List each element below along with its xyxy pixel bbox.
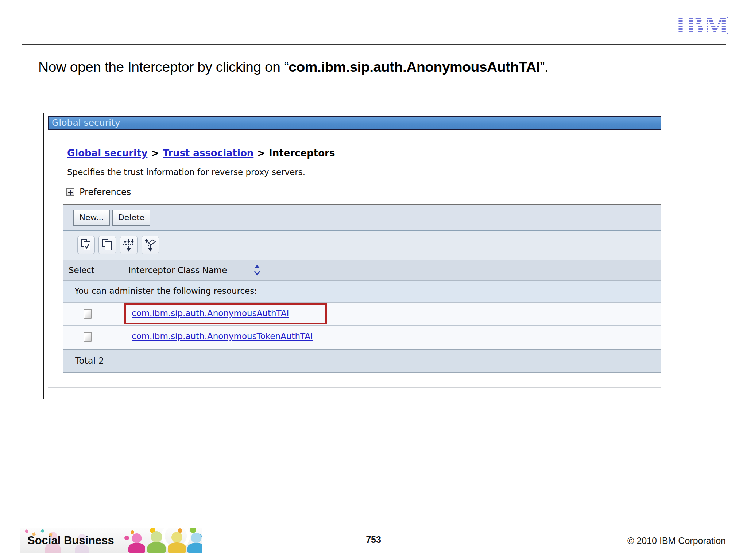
ibm-logo: IBM — [676, 15, 727, 37]
row-checkbox[interactable] — [84, 332, 92, 342]
breadcrumb-separator: > — [147, 148, 163, 159]
admin-console-panel: Global security Global security>Trust as… — [48, 116, 661, 388]
person-body — [187, 543, 202, 553]
console-titlebar: Global security — [48, 116, 661, 130]
person-body — [147, 542, 166, 553]
row-checkbox[interactable] — [84, 309, 92, 319]
interceptor-link-anonymousauthtai[interactable]: com.ibm.sip.auth.AnonymousAuthTAI — [132, 308, 289, 318]
clear-filter-button[interactable] — [142, 236, 159, 254]
slide-title-suffix: ”. — [540, 59, 548, 75]
breadcrumb-link-global-security[interactable]: Global security — [67, 148, 147, 159]
select-all-icon — [80, 238, 92, 252]
table-toolbar — [63, 231, 661, 260]
person-head — [132, 533, 142, 543]
clear-filter-icon — [144, 238, 156, 252]
page-number: 753 — [366, 534, 381, 545]
copyright-text: © 2010 IBM Corporation — [627, 536, 726, 546]
breadcrumb-separator: > — [253, 148, 269, 159]
page-description: Specifies the trust information for reve… — [67, 167, 305, 177]
sort-icon[interactable] — [253, 263, 261, 279]
breadcrumb-current-interceptors: Interceptors — [269, 148, 335, 159]
deselect-all-icon — [101, 238, 113, 252]
header-divider — [22, 44, 726, 45]
table-row: com.ibm.sip.auth.AnonymousTokenAuthTAI — [63, 326, 661, 350]
new-button[interactable]: New... — [73, 210, 110, 226]
blue-person-figure — [187, 533, 202, 553]
interceptor-link-anonymoustokenauthtai[interactable]: com.ibm.sip.auth.AnonymousTokenAuthTAI — [132, 331, 313, 341]
brand-text: Social Business — [27, 528, 114, 553]
person-body — [128, 543, 145, 553]
person-head — [191, 533, 202, 543]
breadcrumb: Global security>Trust association>Interc… — [67, 148, 335, 159]
person-body — [168, 542, 186, 553]
preferences-toggle[interactable]: + Preferences — [66, 187, 131, 197]
slide-title-prefix: Now open the Interceptor by clicking on … — [38, 59, 289, 75]
table-caption: You can administer the following resourc… — [63, 281, 661, 303]
table-row: com.ibm.sip.auth.AnonymousAuthTAI — [63, 303, 661, 326]
slide-accent-bar — [43, 113, 44, 399]
social-business-banner: Social Business — [20, 528, 202, 553]
ibm-logo-text: IBM — [676, 11, 729, 40]
deselect-all-items-button[interactable] — [98, 236, 116, 254]
select-all-items-button[interactable] — [77, 236, 95, 254]
show-filter-button[interactable] — [120, 236, 138, 254]
breadcrumb-link-trust-association[interactable]: Trust association — [163, 148, 253, 159]
expand-plus-icon[interactable]: + — [66, 188, 74, 196]
slide-title: Now open the Interceptor by clicking on … — [38, 58, 695, 77]
table-total-row: Total 2 — [63, 350, 661, 373]
yellow-person-figure — [167, 532, 186, 553]
preferences-label: Preferences — [80, 187, 131, 197]
console-title: Global security — [52, 117, 120, 128]
person-head — [151, 531, 162, 542]
green-person-figure — [147, 531, 166, 553]
show-filter-icon — [123, 238, 135, 252]
table-header-row: Select Interceptor Class Name — [63, 260, 661, 281]
interceptors-table: New... Delete — [63, 204, 661, 373]
delete-button[interactable]: Delete — [112, 210, 150, 226]
class-name-column-header: Interceptor Class Name — [128, 265, 227, 275]
person-head — [171, 532, 182, 543]
table-action-bar: New... Delete — [63, 205, 661, 230]
select-column-header: Select — [69, 265, 94, 275]
slide-title-classname: com.ibm.sip.auth.AnonymousAuthTAI — [289, 59, 540, 75]
pink-person-figure — [128, 533, 146, 553]
